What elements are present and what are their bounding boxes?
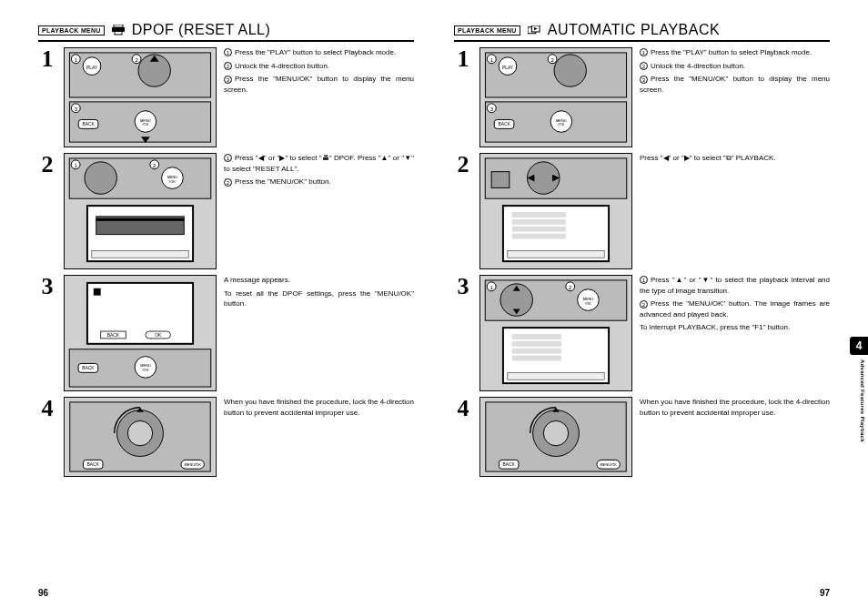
step-bullet: 1 <box>640 48 648 56</box>
step-number: 1 <box>38 47 56 147</box>
step-number: 2 <box>38 153 56 269</box>
svg-text:1: 1 <box>74 163 76 168</box>
svg-text:/OK: /OK <box>169 179 176 184</box>
step-number: 1 <box>454 47 472 147</box>
chapter-tab: 4 <box>850 337 868 355</box>
svg-text:/OK: /OK <box>143 122 149 126</box>
svg-text:1: 1 <box>490 57 493 63</box>
title-row-left: PLAYBACK MENU DPOF (RESET ALL) <box>38 22 414 42</box>
svg-point-22 <box>85 162 116 194</box>
step-bullet: 2 <box>640 300 648 309</box>
svg-text:2: 2 <box>135 57 137 63</box>
step-text: 1Press the "PLAY" button to select Playb… <box>640 47 830 147</box>
step-text: Press "◀" or "▶" to select "⧉" PLAYBACK. <box>640 153 830 269</box>
svg-text:BACK: BACK <box>87 462 100 467</box>
step-row: 3 MENU/OK12 1Press "▲" or "▼" to select … <box>454 275 830 391</box>
chapter-side-text: Advanced Features Playback <box>860 359 865 442</box>
svg-text:/OK: /OK <box>585 301 591 306</box>
svg-text:2: 2 <box>569 285 571 290</box>
svg-rect-76 <box>491 172 510 188</box>
svg-text:BACK: BACK <box>503 462 516 467</box>
step-text: 1Press "▲" or "▼" to select the playback… <box>640 275 830 391</box>
step-text: When you have finished the procedure, lo… <box>640 397 830 477</box>
step-text: 1Press the "PLAY" button to select Playb… <box>224 47 414 147</box>
step-number: 2 <box>454 153 472 269</box>
playback-icon <box>528 25 540 35</box>
step-number: 3 <box>38 275 56 391</box>
step-row: 3 BACKOKBACKMENU/OK A message appears. T… <box>38 275 414 391</box>
menu-screen-illustration: MENU/OK12 <box>64 153 217 269</box>
step-row: 2 MENU/OK12 1Press "◀" or "▶" to select … <box>38 153 414 269</box>
svg-rect-33 <box>92 250 188 258</box>
step-text: A message appears. To reset all the DPOF… <box>224 275 414 391</box>
svg-text:BACK: BACK <box>107 333 120 338</box>
page-number-left: 96 <box>38 588 48 598</box>
step-bullet: 1 <box>224 154 232 162</box>
svg-text:BACK: BACK <box>82 366 95 370</box>
step-bullet: 2 <box>224 62 232 70</box>
svg-text:BACK: BACK <box>82 122 95 126</box>
lock-dial-illustration: BACKMENU/OK <box>479 397 632 477</box>
svg-rect-97 <box>512 349 561 354</box>
menu-badge-right: PLAYBACK MENU <box>454 25 520 35</box>
svg-text:/OK: /OK <box>559 122 565 126</box>
camera-controls-illustration: PLAYBACKMENU/OK123 <box>479 47 632 147</box>
step-bullet: 1 <box>640 276 648 284</box>
menu-badge-left: PLAYBACK MENU <box>38 25 105 35</box>
svg-point-103 <box>543 420 568 445</box>
step-row: 2 Press "◀" or "▶" to select "⧉" PLAYBAC… <box>454 153 830 269</box>
step-bullet: 2 <box>640 62 648 70</box>
page-left: PLAYBACK MENU DPOF (RESET ALL) 1 PLAYBAC… <box>0 0 434 607</box>
step-row: 4 BACKMENU/OK When you have finished the… <box>454 397 830 477</box>
camera-controls-illustration: PLAYBACKMENU/OK123 <box>64 47 217 147</box>
title-text-left: DPOF (RESET ALL) <box>132 22 271 38</box>
step-bullet: 3 <box>224 76 232 84</box>
svg-text:2: 2 <box>550 57 553 63</box>
svg-rect-83 <box>508 250 604 258</box>
svg-rect-82 <box>512 234 566 239</box>
step-row: 1 PLAYBACKMENU/OK123 1Press the "PLAY" b… <box>38 47 414 147</box>
svg-rect-98 <box>512 356 561 361</box>
step-text: 1Press "◀" or "▶" to select "🖶" DPOF. Pr… <box>224 153 414 269</box>
svg-text:PLAY: PLAY <box>86 66 98 70</box>
step-number: 4 <box>454 397 472 477</box>
step-bullet: 1 <box>224 48 232 56</box>
svg-point-50 <box>127 420 152 445</box>
svg-text:MENU/OK: MENU/OK <box>601 462 618 467</box>
svg-rect-99 <box>508 372 604 379</box>
menu-screen-illustration <box>479 153 632 269</box>
svg-text:1: 1 <box>75 57 77 63</box>
svg-text:OK: OK <box>155 333 162 338</box>
svg-text:PLAY: PLAY <box>502 66 514 70</box>
svg-rect-95 <box>512 334 561 339</box>
playback-options-illustration: MENU/OK12 <box>479 275 632 391</box>
svg-rect-80 <box>512 219 566 225</box>
svg-point-61 <box>554 55 586 86</box>
svg-rect-0 <box>114 25 123 27</box>
step-row: 1 PLAYBACKMENU/OK123 1Press the "PLAY" b… <box>454 47 830 147</box>
title-row-right: PLAYBACK MENU AUTOMATIC PLAYBACK <box>454 22 830 42</box>
svg-rect-32 <box>96 218 184 221</box>
page-number-right: 97 <box>820 588 830 598</box>
page-right: PLAYBACK MENU AUTOMATIC PLAYBACK 1 PLAYB… <box>434 0 868 607</box>
svg-rect-81 <box>512 227 566 232</box>
svg-text:2: 2 <box>153 163 156 168</box>
svg-text:MENU/OK: MENU/OK <box>185 462 202 467</box>
svg-rect-36 <box>94 288 101 296</box>
svg-rect-96 <box>512 341 561 347</box>
step-number: 3 <box>454 275 472 391</box>
step-row: 4 BACKMENU/OK When you have finished the… <box>38 397 414 477</box>
svg-text:BACK: BACK <box>498 122 510 126</box>
step-bullet: 2 <box>224 178 232 187</box>
printer-icon <box>112 25 125 35</box>
step-bullet: 3 <box>640 76 648 84</box>
svg-text:/OK: /OK <box>143 368 149 372</box>
title-text-right: AUTOMATIC PLAYBACK <box>548 22 720 38</box>
svg-text:1: 1 <box>490 285 492 290</box>
step-text: When you have finished the procedure, lo… <box>224 397 414 477</box>
step-number: 4 <box>38 397 56 477</box>
lock-dial-illustration: BACKMENU/OK <box>64 397 217 477</box>
svg-rect-79 <box>512 212 566 218</box>
confirm-screen-illustration: BACKOKBACKMENU/OK <box>64 275 217 391</box>
